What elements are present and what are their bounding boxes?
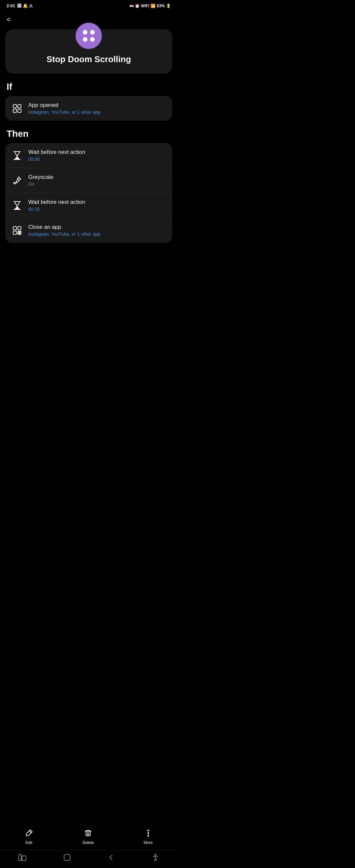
close-app-title: Close an app	[28, 224, 101, 230]
wait-1-subtitle: 05:00	[28, 156, 85, 162]
dot-2	[90, 30, 95, 34]
automation-title: Stop Doom Scrolling	[46, 54, 131, 64]
svg-rect-1	[18, 104, 21, 108]
close-app-text: Close an app Instagram, YouTube, or 1 ot…	[28, 224, 101, 237]
status-right: 🛏 ⏰ WiFi 📶 63% 🔋	[130, 4, 171, 8]
apps-icon-2	[12, 225, 22, 236]
battery: 63%	[157, 4, 165, 8]
dot-3	[83, 37, 88, 42]
wait-1-title: Wait before next action	[28, 149, 85, 156]
sleep-icon: 🛏	[130, 4, 133, 8]
svg-point-4	[14, 182, 15, 184]
if-card: App opened Instagram, YouTube, or 1 othe…	[5, 96, 172, 121]
svg-rect-7	[13, 231, 17, 235]
dots-grid-icon	[83, 30, 95, 42]
status-icons: 🖼 🔔 ⚠	[17, 3, 33, 8]
apps-icon	[12, 103, 22, 114]
status-bar: 2:01 🖼 🔔 ⚠ 🛏 ⏰ WiFi 📶 63% 🔋	[0, 0, 178, 10]
eyedropper-icon	[12, 175, 22, 186]
svg-rect-6	[18, 226, 21, 230]
app-opened-title: App opened	[28, 102, 101, 108]
battery-icon: 🔋	[166, 4, 171, 8]
then-card: Wait before next action 05:00 Greyscale …	[5, 143, 172, 243]
svg-rect-5	[13, 226, 17, 230]
wait-2-title: Wait before next action	[28, 199, 85, 206]
app-opened-subtitle: Instagram, YouTube, or 1 other app	[28, 110, 101, 115]
dot-4	[90, 37, 95, 42]
wifi-icon: WiFi	[141, 4, 149, 8]
dot-1	[83, 30, 88, 34]
then-row-wait-2[interactable]: Wait before next action 00:15	[5, 193, 172, 218]
svg-rect-3	[18, 109, 21, 113]
then-row-wait-1[interactable]: Wait before next action 05:00	[5, 143, 172, 168]
wait-1-text: Wait before next action 05:00	[28, 149, 85, 162]
status-left: 2:01 🖼 🔔 ⚠	[7, 3, 33, 8]
wait-2-subtitle: 00:15	[28, 207, 85, 212]
if-section-label: If	[0, 74, 178, 96]
alarm-icon: ⏰	[135, 4, 140, 8]
signal-icon: 📶	[151, 4, 156, 8]
hourglass-icon-1	[12, 150, 22, 161]
then-row-greyscale[interactable]: Greyscale On	[5, 168, 172, 193]
greyscale-subtitle: On	[28, 182, 54, 187]
time: 2:01	[7, 3, 15, 8]
svg-rect-2	[13, 109, 17, 113]
app-icon	[75, 23, 102, 49]
then-row-close-app[interactable]: Close an app Instagram, YouTube, or 1 ot…	[5, 218, 172, 243]
app-opened-text: App opened Instagram, YouTube, or 1 othe…	[28, 102, 101, 115]
greyscale-text: Greyscale On	[28, 174, 54, 187]
wait-2-text: Wait before next action 00:15	[28, 199, 85, 212]
greyscale-title: Greyscale	[28, 174, 54, 181]
hourglass-icon-2	[12, 200, 22, 211]
back-chevron-icon: <	[7, 16, 11, 24]
svg-rect-0	[13, 104, 17, 108]
close-app-subtitle: Instagram, YouTube, or 1 other app	[28, 231, 101, 237]
then-section-label: Then	[0, 121, 178, 143]
header-card: Stop Doom Scrolling	[5, 29, 172, 74]
if-row-app-opened[interactable]: App opened Instagram, YouTube, or 1 othe…	[5, 96, 172, 121]
